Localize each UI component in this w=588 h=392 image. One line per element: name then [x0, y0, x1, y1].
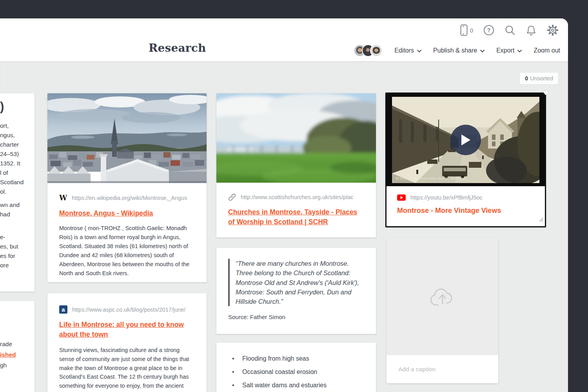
- video-card-title-link[interactable]: Montrose - More Vintage Views: [397, 207, 534, 215]
- churches-url-row: http://www.scottishchurches.org.uk/sites…: [228, 193, 364, 201]
- caption-input[interactable]: Add a caption: [387, 355, 498, 383]
- aspc-card-description: Stunning views, fascinating culture and …: [59, 346, 195, 392]
- churches-card-title-link[interactable]: Churches in Montrose, Tayside - Places o…: [228, 207, 364, 227]
- chevron-down-icon: [417, 47, 421, 54]
- upload-dropzone[interactable]: [387, 238, 498, 355]
- list-item: Salt water dams and estuaries: [228, 381, 364, 390]
- unsorted-count: 0: [525, 75, 528, 82]
- svg-text:?: ?: [487, 27, 491, 33]
- partial-text-card-bottom[interactable]: rade ished gh: [0, 301, 34, 392]
- gear-icon: [547, 24, 559, 36]
- text-fragment: had: [0, 210, 34, 219]
- chevron-down-icon: [517, 47, 522, 54]
- publish-share-label: Publish & share: [433, 47, 477, 54]
- export-menu[interactable]: Export: [496, 47, 522, 54]
- quote-text: “There are many churches in Montrose. Th…: [236, 259, 364, 306]
- video-thumbnail[interactable]: M 611 High Street from South, Montrose: [387, 94, 545, 186]
- toolbar-icons: 0 ?: [460, 24, 559, 36]
- youtube-icon: [397, 194, 406, 201]
- text-fragment: rade: [0, 339, 34, 349]
- board-canvas[interactable]: 0Unsorted ) ort, ngus, charter 24–53) 13…: [0, 61, 568, 392]
- zoom-out-label: Zoom out: [534, 47, 560, 54]
- video-url-row: https://youtu.be/xPfBmfjJ5oc: [397, 194, 534, 201]
- list-item: Occasional coastal erosion: [228, 368, 364, 376]
- wikipedia-card-description: Montrose ( mon-TROHZ , Scottish Gaelic: …: [59, 224, 195, 278]
- churches-card-image: [216, 93, 376, 183]
- text-fragment: l of: [0, 168, 34, 178]
- unsorted-badge[interactable]: 0Unsorted: [519, 72, 559, 85]
- text-fragment: e-: [0, 232, 34, 242]
- help-icon: ?: [483, 25, 494, 36]
- phone-preview-button[interactable]: 0: [460, 24, 473, 36]
- text-fragment: gh: [0, 360, 34, 370]
- partial-link-fragment[interactable]: ished: [0, 349, 34, 360]
- help-button[interactable]: ?: [483, 25, 494, 36]
- wikipedia-favicon: W: [59, 194, 67, 202]
- partial-text-card-top[interactable]: ) ort, ngus, charter 24–53) 1352. It l o…: [0, 93, 34, 292]
- notifications-button[interactable]: [526, 25, 537, 36]
- page-title: Research: [149, 42, 206, 54]
- header-menu-row: Editors Publish & share Export Zoom out: [354, 44, 560, 57]
- text-fragment: ngus,: [0, 131, 34, 140]
- svg-text:M 611 High Street from South: M 611 High Street from South, Montrose: [396, 176, 466, 180]
- export-label: Export: [496, 47, 514, 54]
- text-fragment: ore: [0, 261, 34, 270]
- phone-count: 0: [470, 27, 473, 34]
- video-card[interactable]: M 611 High Street from South, Montrose h…: [385, 93, 546, 227]
- settings-button[interactable]: [547, 24, 559, 36]
- text-fragment: 24–53): [0, 149, 34, 159]
- app-window: Research 0 ?: [0, 18, 568, 392]
- wikipedia-card-title-link[interactable]: Montrose, Angus - Wikipedia: [59, 209, 195, 218]
- churches-url: http://www.scottishchurches.org.uk/sites…: [241, 194, 354, 200]
- board-header: Research 0 ?: [0, 18, 568, 61]
- bullet-list-card[interactable]: Flooding from high seas Occasional coast…: [216, 343, 376, 392]
- phone-icon: [460, 24, 468, 36]
- wikipedia-url-row: W https://en.wikipedia.org/wiki/Montrose…: [59, 194, 195, 202]
- text-fragment: ol.: [0, 187, 34, 196]
- video-url: https://youtu.be/xPfBmfjJ5oc: [410, 194, 483, 201]
- unsorted-label: Unsorted: [530, 75, 553, 82]
- aspc-favicon: a: [59, 305, 67, 314]
- wikipedia-link-card[interactable]: W https://en.wikipedia.org/wiki/Montrose…: [47, 93, 207, 282]
- partial-heading: ): [0, 100, 34, 113]
- resize-handle[interactable]: [538, 216, 543, 223]
- quote-bar: [228, 259, 230, 306]
- text-fragment: Scotland: [0, 178, 34, 187]
- wikipedia-card-image: [47, 93, 207, 183]
- churches-link-card[interactable]: http://www.scottishchurches.org.uk/sites…: [216, 93, 376, 238]
- bell-icon: [526, 25, 537, 36]
- bullet-list: Flooding from high seas Occasional coast…: [228, 354, 364, 390]
- editors-menu-label: Editors: [394, 47, 414, 54]
- text-fragment: charter: [0, 140, 34, 149]
- text-fragment: es for: [0, 251, 34, 261]
- editors-menu[interactable]: Editors: [394, 47, 421, 54]
- wikipedia-url: https://en.wikipedia.org/wiki/Montrose,_…: [72, 195, 187, 201]
- text-fragment: es, but: [0, 242, 34, 251]
- aspc-url-row: a https://www.aspc.co.uk/blog/posts/2017…: [59, 305, 195, 314]
- text-fragment: 1352. It: [0, 159, 34, 168]
- play-button[interactable]: [450, 125, 481, 155]
- publish-share-menu[interactable]: Publish & share: [433, 47, 485, 54]
- image-upload-card[interactable]: Add a caption: [387, 238, 498, 383]
- aspc-card-title-link[interactable]: Life in Montrose: all you need to know a…: [59, 320, 195, 340]
- chevron-down-icon: [480, 47, 485, 54]
- avatar[interactable]: [370, 44, 383, 57]
- search-icon: [505, 25, 515, 36]
- search-button[interactable]: [505, 25, 515, 36]
- cloud-upload-icon: [430, 286, 456, 308]
- list-item: Flooding from high seas: [228, 354, 364, 363]
- aspc-link-card[interactable]: a https://www.aspc.co.uk/blog/posts/2017…: [47, 293, 207, 392]
- zoom-out-button[interactable]: Zoom out: [534, 47, 560, 54]
- link-icon: [228, 193, 236, 201]
- text-fragment: wn and: [0, 200, 34, 210]
- quote-source: Source: Father Simon: [228, 314, 364, 320]
- aspc-url: https://www.aspc.co.uk/blog/posts/2017/j…: [72, 307, 185, 313]
- quote-card[interactable]: “There are many churches in Montrose. Th…: [216, 248, 376, 334]
- text-fragment: ort,: [0, 121, 34, 131]
- editor-avatars[interactable]: [354, 44, 383, 57]
